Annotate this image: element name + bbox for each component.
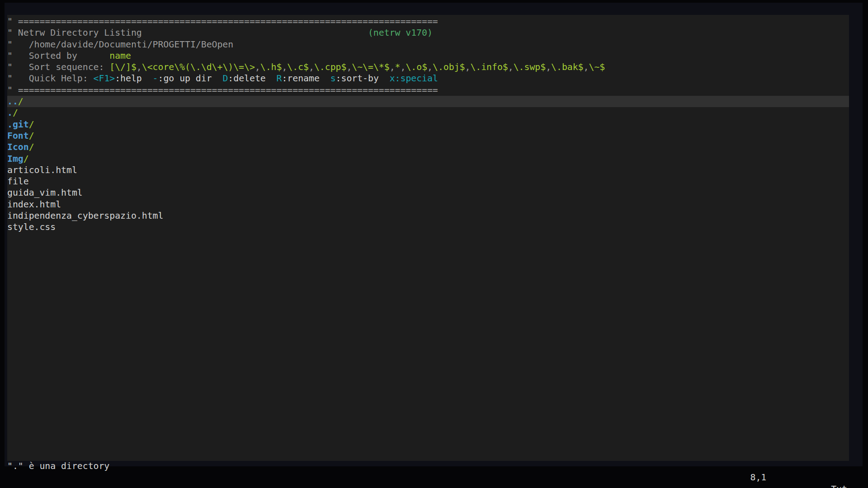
line-segment: D: [222, 73, 228, 84]
line-segment[interactable]: Font: [7, 131, 29, 141]
line-segment: \<core\%(\.\d\+\)\=\>: [142, 62, 255, 72]
netrw-sorted-by: " Sorted by name: [7, 50, 849, 61]
line-segment: name: [109, 51, 131, 61]
line-segment: ,: [508, 62, 514, 72]
buffer-lines: " ======================================…: [7, 16, 849, 233]
vim-netrw-editor[interactable]: " ======================================…: [7, 15, 849, 461]
line-segment: \.obj$: [433, 62, 465, 72]
line-segment: ,: [346, 62, 352, 72]
entry-parent-dir[interactable]: ../: [7, 96, 849, 107]
entry-articoli-html[interactable]: articoli.html: [7, 164, 849, 176]
line-segment: :help: [115, 73, 152, 84]
netrw-separator-top: " ======================================…: [7, 16, 849, 27]
entry-current-dir[interactable]: ./: [7, 107, 849, 118]
line-segment: \.info$: [470, 62, 508, 72]
netrw-sort-sequence: " Sort sequence: [\/]$,\<core\%(\.\d\+\)…: [7, 61, 849, 73]
status-line: "." è una directory 8,1 Tut: [7, 449, 849, 460]
line-segment: [142, 28, 368, 38]
line-segment: s: [330, 73, 336, 84]
line-segment: \.c$: [287, 62, 309, 72]
line-segment[interactable]: guida_vim.html: [7, 188, 83, 198]
line-segment: :go up dir: [158, 73, 223, 84]
entry-git-dir[interactable]: .git/: [7, 119, 849, 130]
line-segment: x:special: [390, 73, 438, 84]
entry-file[interactable]: file: [7, 176, 849, 187]
line-segment: -: [153, 73, 158, 84]
line-segment: \.cpp$: [314, 62, 346, 72]
line-segment: ,: [137, 62, 142, 72]
line-segment: " ======================================…: [7, 16, 438, 27]
line-segment: \.h$: [260, 62, 282, 72]
line-segment: ,: [427, 62, 433, 72]
line-segment: *: [395, 62, 401, 72]
line-segment: <F1>: [94, 73, 115, 84]
netrw-quick-help: " Quick Help: <F1>:help -:go up dir D:de…: [7, 73, 849, 84]
entry-index-html[interactable]: index.html: [7, 199, 849, 210]
line-segment[interactable]: index.html: [7, 199, 61, 210]
line-segment[interactable]: style.css: [7, 222, 56, 232]
line-segment[interactable]: /: [29, 131, 34, 141]
line-segment: \~\=\*$: [352, 62, 389, 72]
line-segment: ,: [255, 62, 260, 72]
line-segment[interactable]: Icon: [7, 142, 29, 152]
line-segment: " ======================================…: [7, 85, 438, 95]
line-segment: [\/]$: [109, 62, 137, 72]
line-segment: :sort-by: [336, 73, 390, 84]
line-segment: " Sort sequence:: [7, 62, 109, 72]
netrw-current-path: " /home/davide/Documenti/PROGETTI/BeOpen: [7, 39, 849, 50]
line-segment: ,: [401, 62, 406, 72]
line-segment[interactable]: ..: [7, 96, 18, 107]
line-segment: :delete: [228, 73, 276, 84]
entry-style-css[interactable]: style.css: [7, 221, 849, 233]
line-segment[interactable]: file: [7, 176, 29, 187]
line-segment: R: [277, 73, 282, 84]
line-segment[interactable]: .git: [7, 119, 29, 130]
desktop: { "colors": { "terminal_bg": "#0e0f16", …: [0, 0, 868, 488]
line-segment: ,: [584, 62, 589, 72]
line-segment: ,: [465, 62, 470, 72]
line-segment: ,: [282, 62, 287, 72]
line-segment: \.o$: [406, 62, 427, 72]
line-segment: \.bak$: [551, 62, 583, 72]
line-segment: ,: [309, 62, 314, 72]
terminal-window: " ======================================…: [5, 3, 863, 466]
line-segment[interactable]: articoli.html: [7, 165, 77, 175]
status-message: "." è una directory: [7, 460, 109, 472]
entry-font-dir[interactable]: Font/: [7, 130, 849, 141]
line-segment: " Quick Help:: [7, 73, 94, 84]
netrw-banner-title: " Netrw Directory Listing (netrw v170): [7, 27, 849, 38]
line-segment: :rename: [282, 73, 330, 84]
line-segment: (netrw v170): [368, 28, 433, 38]
entry-indipendenza-cyberspazio-html[interactable]: indipendenza_cyberspazio.html: [7, 210, 849, 221]
entry-guida-vim-html[interactable]: guida_vim.html: [7, 187, 849, 198]
netrw-separator-bottom: " ======================================…: [7, 84, 849, 96]
status-scroll-indicator: Tut: [831, 483, 847, 488]
entry-img-dir[interactable]: Img/: [7, 153, 849, 164]
line-segment: \~$: [589, 62, 605, 72]
line-segment[interactable]: /: [24, 154, 29, 164]
status-ruler: 8,1: [750, 472, 766, 483]
line-segment: " Sorted by: [7, 51, 109, 61]
line-segment[interactable]: /: [29, 119, 34, 130]
line-segment[interactable]: /: [29, 142, 34, 152]
line-segment[interactable]: /: [18, 96, 24, 107]
line-segment: ,: [546, 62, 551, 72]
line-segment: " /home/davide/Documenti/PROGETTI/BeOpen: [7, 39, 233, 50]
line-segment: \.swp$: [514, 62, 546, 72]
line-segment: " Netrw Directory Listing: [7, 28, 142, 38]
line-segment[interactable]: indipendenza_cyberspazio.html: [7, 211, 163, 221]
line-segment[interactable]: Img: [7, 154, 24, 164]
line-segment: ,: [390, 62, 395, 72]
line-segment[interactable]: .: [7, 108, 13, 118]
entry-icon-dir[interactable]: Icon/: [7, 141, 849, 153]
line-segment[interactable]: /: [13, 108, 18, 118]
